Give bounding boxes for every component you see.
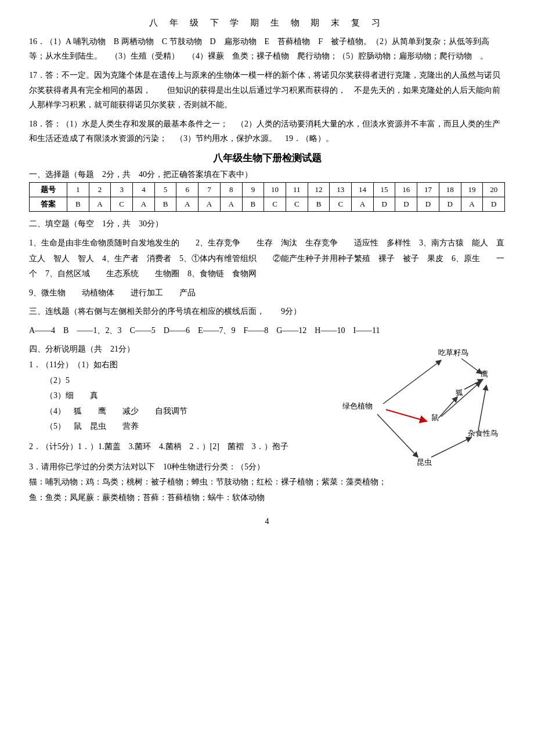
table-answer-20: D — [483, 197, 505, 212]
svg-line-8 — [431, 437, 471, 457]
table-qnum-18: 18 — [439, 183, 461, 197]
table-col-qnum: 题号 — [30, 183, 67, 197]
q16-text: （1）A 哺乳动物 B 两栖动物 C 节肢动物 D 扁形动物 E 苔藓植物 F … — [29, 37, 489, 60]
analysis-q3-line: 鱼：鱼类；凤尾蕨：蕨类植物；苔藓：苔藓植物；蜗牛：软体动物 — [29, 490, 505, 506]
table-qnum-7: 7 — [199, 183, 221, 197]
table-answer-5: B — [154, 197, 176, 212]
q18-label: 18． — [29, 120, 45, 128]
svg-text:鼠: 鼠 — [431, 413, 439, 422]
table-qnum-20: 20 — [483, 183, 505, 197]
svg-line-4 — [377, 414, 418, 457]
table-qnum-2: 2 — [89, 183, 111, 197]
table-answer-19: A — [461, 197, 483, 212]
page-title: 八 年 级 下 学 期 生 物 期 末 复 习 — [29, 17, 505, 28]
fill-title: 二、填空题（每空 1分，共 30分） — [29, 216, 505, 232]
svg-line-5 — [461, 359, 482, 374]
q18-text: 答：（1）水是人类生存和发展的最基本条件之一； （2）人类的活动要消耗大量的水，… — [29, 120, 500, 143]
svg-line-10 — [478, 385, 486, 430]
table-qnum-13: 13 — [330, 183, 352, 197]
q16-section: 16．（1）A 哺乳动物 B 两栖动物 C 节肢动物 D 扁形动物 E 苔藓植物… — [29, 34, 505, 63]
table-qnum-3: 3 — [111, 183, 133, 197]
table-answer-14: A — [352, 197, 374, 212]
q17-label: 17． — [29, 71, 45, 79]
fill-item-2: 9、微生物 动植物体 进行加工 产品 — [29, 285, 505, 301]
svg-line-3 — [386, 410, 427, 421]
fill-item-1: 1、生命是由非生命物质随时自发地发生的 2、生存竞争 生存 淘汰 生存竞争 适应… — [29, 236, 505, 282]
analysis-q3-lines: 猫：哺乳动物；鸡：鸟类；桃树：被子植物；蝉虫：节肢动物；红松：裸子植物；紫菜：藻… — [29, 475, 505, 505]
svg-text:吃草籽鸟: 吃草籽鸟 — [438, 348, 468, 357]
table-answer-13: C — [330, 197, 352, 212]
q16-label: 16． — [29, 37, 45, 46]
table-answer-18: D — [439, 197, 461, 212]
answer-table: 题号1234567891011121314151617181920答案BACAB… — [29, 182, 505, 212]
svg-line-6 — [438, 397, 457, 418]
link-title: 三、连线题（将右侧与左侧相关部分的序号填在相应的横线后面， 9分） — [29, 304, 505, 320]
table-qnum-5: 5 — [154, 183, 176, 197]
table-answer-17: D — [417, 197, 439, 212]
table-qnum-11: 11 — [286, 183, 308, 197]
analysis-q3-line: 猫：哺乳动物；鸡：鸟类；桃树：被子植物；蝉虫：节肢动物；红松：裸子植物；紫菜：藻… — [29, 475, 505, 490]
table-qnum-15: 15 — [373, 183, 395, 197]
table-answer-9: B — [242, 197, 264, 212]
table-answer-6: A — [176, 197, 199, 212]
table-qnum-1: 1 — [67, 183, 89, 197]
q17-text: 答：不一定。因为克隆个体是在遗传上与原来的生物体一模一样的新个体，将诺贝尔奖获得… — [29, 71, 500, 108]
page-number: 4 — [29, 517, 505, 526]
table-answer-8: A — [220, 197, 242, 212]
choice-title: 一、选择题（每题 2分，共 40分，把正确答案填在下表中） — [29, 169, 505, 180]
svg-line-2 — [383, 360, 441, 404]
table-qnum-9: 9 — [242, 183, 264, 197]
table-qnum-19: 19 — [461, 183, 483, 197]
table-qnum-4: 4 — [133, 183, 155, 197]
table-answer-4: A — [133, 197, 155, 212]
table-col-answer: 答案 — [30, 197, 67, 212]
table-qnum-6: 6 — [176, 183, 199, 197]
link-text: A——4 B ——1、2、3 C——5 D——6 E——7、9 F——8 G——… — [29, 323, 505, 339]
table-qnum-17: 17 — [417, 183, 439, 197]
food-web-diagram: 吃草籽鸟 鹰 狐 绿色植物 鼠 杂食性鸟 昆虫 — [325, 346, 505, 473]
q18-section: 18．答：（1）水是人类生存和发展的最基本条件之一； （2）人类的活动要消耗大量… — [29, 117, 505, 146]
table-answer-7: A — [199, 197, 221, 212]
svg-text:昆虫: 昆虫 — [417, 458, 432, 466]
table-qnum-8: 8 — [220, 183, 242, 197]
svg-text:狐: 狐 — [456, 388, 463, 397]
svg-text:绿色植物: 绿色植物 — [342, 401, 373, 410]
table-answer-1: B — [67, 197, 89, 212]
table-answer-15: D — [373, 197, 395, 212]
table-qnum-12: 12 — [308, 183, 330, 197]
q17-section: 17．答：不一定。因为克隆个体是在遗传上与原来的生物体一模一样的新个体，将诺贝尔… — [29, 68, 505, 112]
table-answer-12: B — [308, 197, 330, 212]
table-answer-16: D — [395, 197, 417, 212]
table-answer-3: C — [111, 197, 133, 212]
table-answer-2: A — [89, 197, 111, 212]
svg-text:鹰: 鹰 — [481, 370, 488, 378]
exam-title: 八年级生物下册检测试题 — [29, 151, 505, 165]
table-answer-11: C — [286, 197, 308, 212]
table-qnum-16: 16 — [395, 183, 417, 197]
table-qnum-14: 14 — [352, 183, 374, 197]
svg-line-7 — [441, 382, 481, 417]
svg-text:杂食性鸟: 杂食性鸟 — [468, 429, 498, 437]
analysis-section: 四、分析说明题（共 21分） — [29, 342, 505, 505]
table-qnum-10: 10 — [264, 183, 286, 197]
table-answer-10: C — [264, 197, 286, 212]
